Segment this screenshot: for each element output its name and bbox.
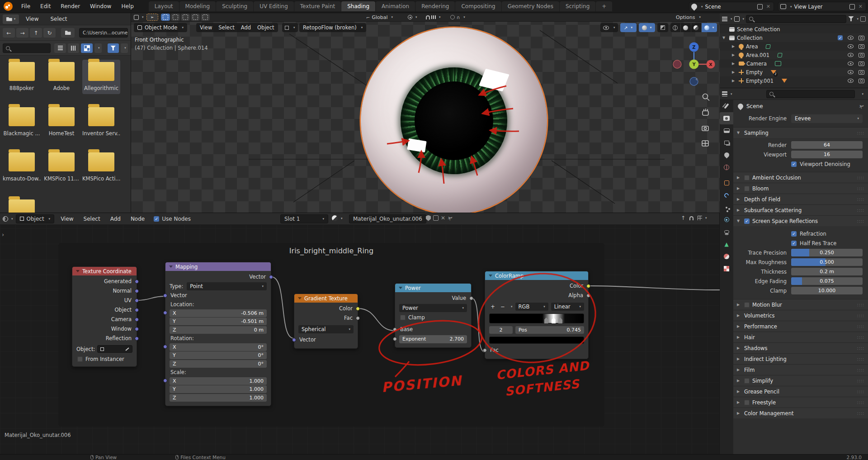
select-mode-new-icon[interactable] <box>161 14 170 21</box>
outliner-filter-dropdown[interactable]: ▾ <box>848 16 859 21</box>
math-operation-dropdown[interactable]: Power▾ <box>399 304 467 312</box>
tab-uv-editing[interactable]: UV Editing <box>254 1 294 11</box>
new-folder-button[interactable] <box>61 28 75 38</box>
expand-arrow-icon[interactable]: ▶ <box>732 79 736 83</box>
snap-magnet-icon[interactable] <box>689 216 693 220</box>
socket-value-output[interactable] <box>469 296 473 300</box>
clamp-checkbox[interactable]: Clamp <box>395 313 471 322</box>
section-checkbox[interactable] <box>744 186 750 191</box>
socket-uv-output[interactable] <box>135 299 139 303</box>
collection-checkbox[interactable] <box>838 35 843 40</box>
retopoflow-menu[interactable]: RetopoFlow (broken)▾ <box>299 23 366 32</box>
section-freestyle[interactable]: ▶Freestyle:::: <box>733 397 868 408</box>
section-volumetrics[interactable]: ▶Volumetrics:::: <box>733 310 868 321</box>
outliner-row-camera[interactable]: ▶ Camera <box>720 59 868 68</box>
folder-tile[interactable]: Blackmagic ... <box>3 107 41 137</box>
unlink-scene-icon[interactable]: ✕ <box>765 4 772 9</box>
section-sampling[interactable]: ▼Sampling:::: <box>733 127 868 138</box>
node-power[interactable]: Power Value Power▾ Clamp Base Exponent2.… <box>395 283 472 348</box>
refraction-checkbox[interactable]: Refraction <box>791 231 826 237</box>
node-mapping[interactable]: Mapping Vector Type:Point▾ Vector Locati… <box>165 262 271 406</box>
editor-type-properties-icon[interactable]: ▾ <box>722 91 732 96</box>
socket-generated-output[interactable] <box>135 280 139 284</box>
folder-tile[interactable]: HomeTest <box>42 107 80 137</box>
file-search-input[interactable] <box>3 43 51 53</box>
tab-shading[interactable]: Shading <box>341 1 375 11</box>
folder-tile[interactable]: 888poker <box>3 62 41 91</box>
vp-menu-view[interactable]: View <box>200 24 212 31</box>
blender-logo-icon[interactable] <box>4 2 13 11</box>
tab-scene-icon[interactable] <box>720 149 733 161</box>
section-bloom[interactable]: ▶Bloom:::: <box>733 183 868 194</box>
outliner-search-input[interactable] <box>746 15 846 23</box>
select-mode-invert-icon[interactable] <box>191 14 200 21</box>
scene-selector[interactable]: ▾ Scene ✕ <box>689 2 774 11</box>
node-header[interactable]: Gradient Texture <box>294 294 358 303</box>
hide-eye-icon[interactable] <box>848 53 854 57</box>
section-checkbox[interactable] <box>744 378 750 384</box>
remove-stop-button[interactable]: − <box>499 304 506 310</box>
shader-node-editor[interactable]: ▾ Object▾ View Select Add Node Use Nodes… <box>0 213 720 454</box>
tab-view-layer-icon[interactable] <box>720 137 733 149</box>
socket-reflection-output[interactable] <box>135 337 139 341</box>
folder-tile[interactable]: KMSPico 11... <box>42 152 80 182</box>
node-texture-coordinate[interactable]: Texture Coordinate Generated Normal UV O… <box>72 266 137 367</box>
tab-modeling[interactable]: Modeling <box>179 1 216 11</box>
node-header[interactable]: Mapping <box>165 262 271 271</box>
proportional-editing-dropdown[interactable]: ∩▾ <box>450 15 465 20</box>
object-picker-field[interactable] <box>97 345 132 353</box>
ramp-stop-handle[interactable] <box>558 318 562 323</box>
scale-x-field[interactable]: X1.000 <box>170 377 267 385</box>
shading-wireframe-icon[interactable] <box>670 23 680 32</box>
interpolation-dropdown[interactable]: Linear▾ <box>551 303 584 311</box>
viewport-denoising-checkbox[interactable]: Viewport Denoising <box>791 161 850 167</box>
socket-color-output[interactable] <box>586 284 590 288</box>
node-gradient-texture[interactable]: Gradient Texture Color Fac Spherical▾ Ve… <box>294 294 358 349</box>
snap-target-dropdown[interactable]: ▾ <box>698 216 707 220</box>
display-mode-dropdown[interactable]: ▾ <box>94 43 102 53</box>
hide-eye-icon[interactable] <box>848 36 854 40</box>
socket-normal-output[interactable] <box>135 289 139 293</box>
tab-layout[interactable]: Layout <box>149 1 179 11</box>
node-header[interactable]: Texture Coordinate <box>72 267 137 275</box>
navigation-gizmo[interactable]: Z X Y <box>669 39 720 90</box>
viewport-samples-field[interactable]: 16 <box>791 151 863 158</box>
render-engine-dropdown[interactable]: Eevee▾ <box>791 114 863 123</box>
socket-scale-input[interactable] <box>163 379 167 383</box>
clamp-field[interactable]: 10.000 <box>791 287 863 294</box>
visibility-dropdown[interactable]: ▾ <box>600 23 618 32</box>
gizmo-axis-x-neg[interactable] <box>673 60 681 68</box>
colorramp-gradient-bar[interactable] <box>489 313 584 323</box>
socket-window-output[interactable] <box>135 327 139 331</box>
vp-menu-add[interactable]: Add <box>241 24 251 31</box>
section-subsurface-scattering[interactable]: ▶Subsurface Scattering:::: <box>733 204 868 215</box>
ne-menu-view[interactable]: View <box>57 216 77 222</box>
active-tool-select-box-icon[interactable]: ➢ <box>146 14 158 21</box>
socket-vector-input[interactable] <box>292 338 296 342</box>
ne-menu-select[interactable]: Select <box>80 216 104 222</box>
expand-arrow-icon[interactable]: ▶ <box>732 44 736 48</box>
select-mode-intersect-icon[interactable] <box>201 14 210 21</box>
unlink-material-icon[interactable]: ✕ <box>441 215 445 221</box>
pivot-point-dropdown[interactable]: ▾ <box>408 15 417 19</box>
outliner-display-mode-dropdown[interactable]: ▾ <box>734 16 745 22</box>
material-browse-icon[interactable]: ▾ <box>332 215 343 221</box>
exponent-field[interactable]: Exponent2.700 <box>399 335 467 343</box>
pan-hand-icon[interactable] <box>703 111 708 115</box>
menu-edit[interactable]: Edit <box>35 3 56 9</box>
expand-arrow-icon[interactable]: ▶ <box>732 53 736 57</box>
outliner-row-scene-collection[interactable]: Scene Collection <box>720 25 868 33</box>
socket-vector-output[interactable] <box>269 275 273 279</box>
display-vertical-list-button[interactable] <box>54 43 66 53</box>
filter-toggle-button[interactable] <box>108 43 119 53</box>
edge-fading-slider[interactable]: 0.075 <box>791 277 863 285</box>
color-mode-dropdown[interactable]: RGB▾ <box>515 303 548 311</box>
disable-render-icon[interactable] <box>859 70 864 75</box>
socket-color-output[interactable] <box>356 307 360 311</box>
mapping-type-dropdown[interactable]: Point▾ <box>187 282 267 290</box>
expand-arrow-icon[interactable]: ▼ <box>722 36 727 40</box>
shading-material-preview-icon[interactable] <box>691 23 701 32</box>
fb-menu-select[interactable]: Select <box>45 16 72 22</box>
path-field[interactable]: C:\Users\n...ocuments\ <box>79 28 128 38</box>
material-name-field[interactable]: Materijal_Oko_unutar.006 <box>349 214 426 223</box>
